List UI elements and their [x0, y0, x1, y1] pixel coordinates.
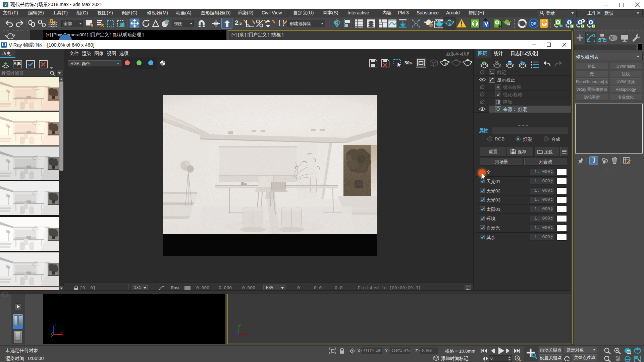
- svg-text:y: y: [51, 331, 53, 335]
- svg-text:z: z: [235, 331, 237, 335]
- svg-text:z: z: [54, 323, 57, 327]
- svg-text:QR: QR: [531, 21, 537, 26]
- svg-text:x: x: [60, 331, 63, 335]
- svg-text:y: y: [239, 323, 241, 327]
- svg-text:x: x: [245, 331, 247, 335]
